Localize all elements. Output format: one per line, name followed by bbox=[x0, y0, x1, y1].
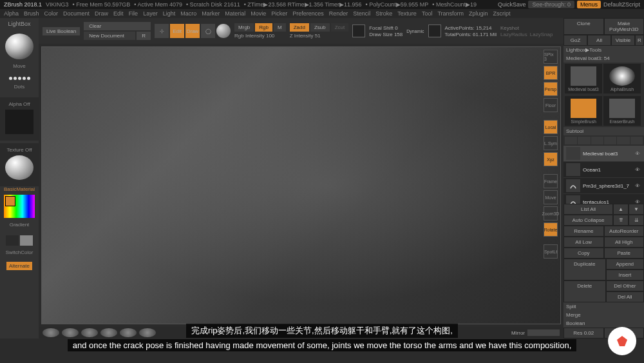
lsym-toggle[interactable]: L.Sym bbox=[544, 136, 558, 150]
gizmo-icon[interactable]: ⊹ bbox=[155, 24, 169, 38]
color-secondary[interactable] bbox=[20, 235, 33, 246]
menu-zplugin[interactable]: Zplugin bbox=[469, 10, 488, 17]
rename-button[interactable]: Rename bbox=[564, 226, 604, 237]
history-thumb[interactable] bbox=[43, 328, 59, 337]
rotate-button[interactable]: Rotate bbox=[544, 222, 558, 237]
subtool-item[interactable]: Pm3d_sphere3d1_7👁 bbox=[564, 178, 644, 194]
polymesh3d-button[interactable]: Make PolyMesh3D bbox=[604, 18, 645, 35]
default-zscript[interactable]: DefaultZScript bbox=[603, 1, 640, 8]
tool-thumb-eraserbrush[interactable]: EraserBrush bbox=[603, 96, 641, 126]
subtool-item[interactable]: Ocean1👁 bbox=[564, 162, 644, 178]
tool-thumb-boat[interactable]: Medieval boat3 bbox=[565, 64, 602, 93]
goz-all[interactable]: All bbox=[587, 35, 611, 46]
goz-visible[interactable]: Visible bbox=[611, 35, 635, 46]
menu-draw[interactable]: Draw bbox=[95, 10, 108, 17]
duplicate-button[interactable]: Duplicate bbox=[564, 259, 606, 280]
mirror-slider[interactable] bbox=[527, 329, 560, 336]
history-thumb[interactable] bbox=[100, 328, 117, 337]
menu-edit[interactable]: Edit bbox=[113, 10, 124, 17]
goz-button[interactable]: GoZ bbox=[564, 35, 587, 46]
color-picker[interactable] bbox=[4, 195, 35, 218]
clear-button[interactable]: Clear bbox=[84, 22, 151, 30]
zcut-mode[interactable]: Zcut bbox=[331, 23, 349, 32]
copy-button[interactable]: Copy bbox=[564, 248, 604, 259]
m-mode[interactable]: M bbox=[274, 23, 286, 32]
r-button[interactable]: R bbox=[137, 32, 151, 40]
zoom3d-button[interactable]: Zoom3D bbox=[544, 206, 558, 221]
move-mode[interactable]: ◯ bbox=[201, 24, 215, 38]
alpha-swatch[interactable] bbox=[5, 110, 33, 134]
switchcolor-button[interactable]: SwitchColor bbox=[6, 250, 33, 255]
size-curve-icon[interactable] bbox=[428, 25, 441, 37]
goz-r[interactable]: R bbox=[635, 35, 644, 46]
subtool-item[interactable]: tentaculos1👁 bbox=[564, 194, 644, 204]
append-button[interactable]: Append bbox=[606, 259, 645, 270]
spotlight-button[interactable]: SpotLt bbox=[544, 244, 558, 259]
menu-picker[interactable]: Picker bbox=[271, 10, 287, 17]
local-toggle[interactable]: Local bbox=[544, 120, 558, 134]
menu-material[interactable]: Material bbox=[225, 10, 245, 17]
move-button[interactable]: Move bbox=[544, 190, 558, 204]
tool-thumb-simplebrush[interactable]: SimpleBrush bbox=[565, 96, 602, 126]
arrow-up-icon[interactable]: ▲ bbox=[613, 204, 629, 215]
history-thumb[interactable] bbox=[62, 328, 79, 337]
menu-light[interactable]: Light bbox=[163, 10, 176, 17]
dynamic-toggle[interactable]: Dynamic bbox=[406, 29, 424, 34]
material-mode-icon[interactable] bbox=[216, 24, 231, 38]
arrow-down-icon[interactable]: ▼ bbox=[629, 204, 644, 215]
history-thumb[interactable] bbox=[120, 328, 137, 337]
draw-mode[interactable]: Draw bbox=[185, 24, 200, 38]
menu-color[interactable]: Color bbox=[44, 10, 59, 17]
menu-texture[interactable]: Texture bbox=[397, 10, 417, 17]
menu-marker[interactable]: Marker bbox=[202, 10, 220, 17]
res-slider[interactable]: Res 0.02 bbox=[564, 328, 604, 338]
stroke-swatch[interactable] bbox=[9, 77, 30, 80]
bpr-button[interactable]: SPix 3 bbox=[544, 50, 558, 64]
persp-toggle[interactable]: Persp bbox=[544, 82, 558, 96]
move-up-icon[interactable]: ⇈ bbox=[613, 215, 629, 226]
menu-zscript[interactable]: Zscript bbox=[493, 10, 511, 17]
auto-collapse-button[interactable]: Auto Collapse bbox=[564, 215, 613, 226]
tool-thumb-alphabrush[interactable]: AlphaBrush bbox=[603, 64, 641, 93]
del-all-button[interactable]: Del All bbox=[606, 291, 645, 302]
menu-document[interactable]: Document bbox=[63, 10, 90, 17]
menu-file[interactable]: File bbox=[129, 10, 138, 17]
delete-button[interactable]: Delete bbox=[564, 280, 606, 302]
floor-toggle[interactable]: Floor bbox=[544, 98, 558, 112]
menus-button[interactable]: Menus bbox=[577, 1, 601, 8]
history-thumb[interactable] bbox=[81, 328, 98, 337]
bpr-icon[interactable]: BPR bbox=[544, 66, 558, 80]
new-document[interactable]: New Document bbox=[84, 32, 135, 40]
seethrough-slider[interactable]: See-through: 0 bbox=[528, 1, 574, 8]
lazy-snap[interactable]: LazySnap bbox=[530, 32, 553, 37]
curve-icon[interactable] bbox=[352, 25, 365, 37]
live-boolean-toggle[interactable]: Live Boolean bbox=[43, 27, 80, 35]
merge-section[interactable]: Merge bbox=[564, 311, 644, 319]
menu-movie[interactable]: Movie bbox=[251, 10, 266, 17]
lazy-radius[interactable]: LazyRadius bbox=[500, 32, 527, 37]
menu-stencil[interactable]: Stencil bbox=[353, 10, 370, 17]
material-label[interactable]: BasicMaterial bbox=[4, 186, 35, 192]
subtool-header[interactable]: Subtool bbox=[564, 127, 644, 135]
menu-brush[interactable]: Brush bbox=[24, 10, 39, 17]
menu-layer[interactable]: Layer bbox=[143, 10, 158, 17]
lightbox-button[interactable]: LightBox bbox=[8, 21, 30, 27]
subtool-item[interactable]: Medieval boat3👁 bbox=[564, 146, 644, 162]
lightbox-tools-section[interactable]: Lightbox▶Tools bbox=[564, 46, 644, 54]
paste-button[interactable]: Paste bbox=[604, 248, 645, 259]
menu-preferences[interactable]: Preferences bbox=[292, 10, 324, 17]
draw-size-slider[interactable]: Draw Size 158 bbox=[369, 32, 402, 37]
all-high-button[interactable]: All High bbox=[604, 237, 645, 248]
alternate-button[interactable]: Alternate bbox=[6, 262, 32, 270]
frame-button[interactable]: Frame bbox=[544, 174, 558, 188]
xyz-icon[interactable]: Xyz bbox=[544, 152, 558, 166]
color-main[interactable] bbox=[6, 235, 19, 246]
mirror-label[interactable]: Mirror bbox=[511, 330, 525, 336]
clone-button[interactable]: Clone bbox=[564, 18, 604, 35]
menu-transform[interactable]: Transform bbox=[437, 10, 464, 17]
move-down-icon[interactable]: ⇊ bbox=[629, 215, 644, 226]
z-intensity-slider[interactable]: Z Intensity 51 bbox=[290, 33, 349, 39]
del-other-button[interactable]: Del Other bbox=[606, 280, 645, 291]
boolean-section[interactable]: Boolean bbox=[564, 319, 644, 328]
zsub-mode[interactable]: Zsub bbox=[310, 23, 330, 32]
